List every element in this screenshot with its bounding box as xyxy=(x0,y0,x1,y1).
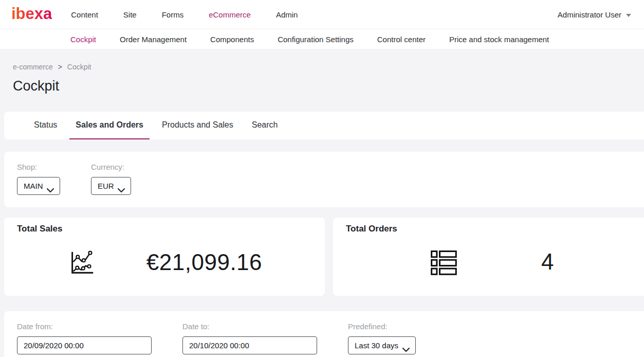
subnav-item-cockpit[interactable]: Cockpit xyxy=(70,35,96,44)
subnav-item-configuration-settings[interactable]: Configuration Settings xyxy=(278,35,354,44)
total-orders-card: Total Orders 4 xyxy=(333,218,644,296)
subnav-item-price-and-stock-management[interactable]: Price and stock management xyxy=(449,35,549,44)
orders-list-icon xyxy=(429,247,458,276)
secondary-nav: Cockpit Order Management Components Conf… xyxy=(0,29,644,49)
total-sales-card: Total Sales €21,099.16 xyxy=(4,218,325,296)
currency-field: Currency: EUR xyxy=(91,163,131,195)
total-orders-value: 4 xyxy=(541,249,554,274)
predefined-field: Predefined: Last 30 days xyxy=(348,322,416,357)
breadcrumb-item-cockpit: Cockpit xyxy=(67,63,91,71)
nav-item-content[interactable]: Content xyxy=(71,10,98,19)
total-sales-title: Total Sales xyxy=(17,224,312,234)
breadcrumb-item-ecommerce[interactable]: e-commerce xyxy=(13,63,53,71)
line-chart-icon xyxy=(67,247,97,277)
ibexa-logo[interactable]: ibexa xyxy=(11,6,52,23)
tab-bar: Status Sales and Orders Products and Sal… xyxy=(4,112,644,139)
top-navigation-bar: ibexa Content Site Forms eCommerce Admin… xyxy=(0,0,644,29)
tab-search[interactable]: Search xyxy=(246,112,284,139)
subnav-item-control-center[interactable]: Control center xyxy=(377,35,426,44)
nav-item-site[interactable]: Site xyxy=(123,10,137,19)
shop-label: Shop: xyxy=(17,163,60,171)
shop-field: Shop: MAIN xyxy=(17,163,60,195)
chevron-down-icon xyxy=(626,14,631,17)
tab-sales-and-orders[interactable]: Sales and Orders xyxy=(69,112,150,139)
nav-item-admin[interactable]: Admin xyxy=(276,10,298,19)
tab-products-and-sales[interactable]: Products and Sales xyxy=(156,112,240,139)
shop-select[interactable]: MAIN xyxy=(17,177,60,195)
date-to-field: Date to: xyxy=(182,322,317,357)
currency-select[interactable]: EUR xyxy=(91,177,131,195)
user-menu-label: Administrator User xyxy=(558,10,621,19)
nav-item-ecommerce[interactable]: eCommerce xyxy=(209,10,251,19)
subnav-item-components[interactable]: Components xyxy=(210,35,254,44)
date-to-input[interactable] xyxy=(182,336,317,354)
nav-item-forms[interactable]: Forms xyxy=(162,10,184,19)
tab-status[interactable]: Status xyxy=(28,112,63,139)
date-from-label: Date from: xyxy=(17,322,152,331)
currency-label: Currency: xyxy=(91,163,131,171)
predefined-label: Predefined: xyxy=(348,322,416,331)
user-menu[interactable]: Administrator User xyxy=(558,10,631,19)
page-title: Cockpit xyxy=(13,78,644,94)
predefined-select[interactable]: Last 30 days xyxy=(348,336,416,354)
main-nav: Content Site Forms eCommerce Admin xyxy=(71,10,298,19)
shop-currency-filter-panel: Shop: MAIN Currency: EUR xyxy=(4,152,644,207)
date-to-label: Date to: xyxy=(182,322,317,331)
stats-row: Total Sales €21,099.16 Total Orders xyxy=(4,218,644,296)
date-filter-panel: Date from: Date to: Predefined: Last 30 … xyxy=(4,311,644,357)
total-orders-title: Total Orders xyxy=(346,224,637,234)
date-from-input[interactable] xyxy=(17,336,152,354)
total-sales-value: €21,099.16 xyxy=(146,250,262,275)
breadcrumb: e-commerce > Cockpit xyxy=(13,63,644,71)
subnav-item-order-management[interactable]: Order Management xyxy=(120,35,187,44)
breadcrumb-separator: > xyxy=(58,63,62,71)
date-from-field: Date from: xyxy=(17,322,152,357)
